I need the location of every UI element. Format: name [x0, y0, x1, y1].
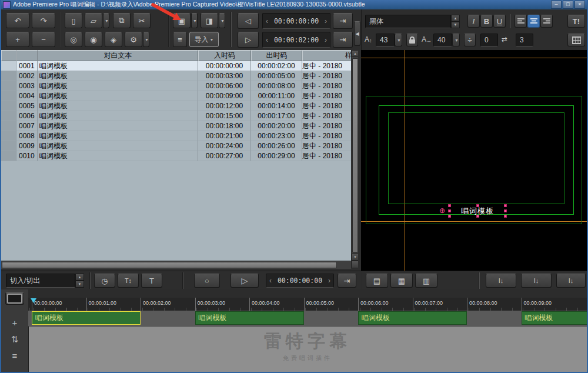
insert-in-button[interactable]: I↓	[486, 274, 516, 288]
export-frame-button[interactable]: ◨	[201, 13, 218, 28]
jump-to-out-button[interactable]: ⇥	[333, 32, 353, 48]
grab-frame-dropdown[interactable]: ▼	[191, 13, 198, 28]
timeline-clip-1[interactable]: 唱词模板	[32, 311, 141, 325]
italic-button[interactable]: I	[467, 15, 480, 28]
add-row-button[interactable]: +	[6, 32, 29, 47]
step-down-icon[interactable]: ▼	[75, 281, 84, 288]
font-family-select[interactable]: 黑体	[365, 15, 451, 28]
redo-button[interactable]: ↷	[32, 13, 55, 28]
subtitle-row-0008[interactable]: 0008唱词模板00:00:21:0000:00:23:00居中 - 20180	[1, 131, 351, 141]
settings-dropdown[interactable]: ▼	[143, 32, 149, 47]
header-in-timecode[interactable]: 入时码	[198, 50, 251, 61]
layout-left-button[interactable]: ▤	[366, 274, 388, 288]
import-button[interactable]: 导入 ▼	[189, 32, 219, 47]
subtitle-row-0005[interactable]: 0005唱词模板00:00:12:0000:00:14:00居中 - 20180	[1, 101, 351, 111]
record-button[interactable]: ○	[194, 274, 220, 288]
selection-handle[interactable]	[504, 204, 507, 207]
vertical-scroll-thumb[interactable]	[352, 58, 358, 252]
subtitle-track[interactable]: 唱词模板唱词模板唱词模板唱词模板	[28, 311, 587, 327]
subtitle-row-0006[interactable]: 0006唱词模板00:00:15:0000:00:17:00居中 - 20180	[1, 111, 351, 121]
selection-handle[interactable]	[504, 215, 507, 218]
insert-out-button[interactable]: I↓	[521, 274, 552, 288]
selection-handle[interactable]	[448, 204, 451, 207]
lock-ratio-button[interactable]	[406, 34, 418, 46]
text-static-button[interactable]: T	[141, 274, 162, 288]
subtitle-row-0003[interactable]: 0003唱词模板00:00:06:0000:00:08:00居中 - 20180	[1, 81, 351, 91]
align-left-button[interactable]	[514, 15, 527, 28]
goto-in-button[interactable]: ◁	[238, 13, 259, 29]
insert-both-button[interactable]: I↓	[556, 274, 586, 288]
zoom-button[interactable]: ◉	[85, 32, 102, 47]
import-list-button[interactable]: ≡	[173, 32, 187, 47]
subtitle-row-0001[interactable]: 0001唱词模板00:00:00:0000:00:02:00居中 - 20180	[1, 61, 351, 71]
export-frame-dropdown[interactable]: ▼	[219, 13, 225, 28]
copy-button[interactable]: ⧉	[113, 13, 131, 28]
ratio-button[interactable]: ÷	[464, 34, 476, 46]
out-timecode-display[interactable]: ‹ 00:00:02:00 ›	[262, 32, 330, 48]
current-timecode-display[interactable]: ‹ 00:00:00:00 ›	[266, 274, 334, 288]
selection-handle[interactable]	[448, 209, 451, 212]
font-size-dropdown[interactable]: ▼	[395, 34, 402, 46]
add-track-icon[interactable]: +	[8, 318, 22, 328]
underline-button[interactable]: U	[493, 15, 506, 28]
track-updown-icon[interactable]: ⇅	[8, 334, 22, 345]
step-up-icon[interactable]: ▲	[451, 15, 460, 22]
edit-mode-stepper[interactable]: ▲ ▼	[75, 274, 84, 288]
selection-handle[interactable]	[476, 204, 479, 207]
step-down-icon[interactable]: ▼	[451, 22, 460, 29]
remove-row-button[interactable]: −	[32, 32, 55, 47]
subtitle-row-0009[interactable]: 0009唱词模板00:00:24:0000:00:26:00居中 - 20180	[1, 141, 351, 151]
font-size-field[interactable]: 43	[376, 34, 395, 46]
horizontal-scroll-thumb[interactable]	[2, 262, 337, 268]
timeline-clip-3[interactable]: 唱词模板	[358, 311, 467, 325]
layout-grid-button[interactable]: ▦	[390, 274, 413, 288]
outline-field[interactable]: 3	[516, 34, 533, 46]
maximize-button[interactable]: □	[563, 1, 573, 9]
char-width-field[interactable]: 40	[433, 34, 452, 46]
header-out-timecode[interactable]: 出时码	[251, 50, 302, 61]
undo-button[interactable]: ↶	[6, 13, 29, 28]
subtitle-row-0004[interactable]: 0004唱词模板00:00:09:0000:00:11:00居中 - 20180	[1, 91, 351, 101]
in-timecode-display[interactable]: ‹ 00:00:00:00 ›	[262, 13, 330, 29]
grid-button[interactable]	[567, 34, 585, 46]
open-file-dropdown[interactable]: ▼	[103, 13, 109, 28]
header-text[interactable]: 对白文本	[38, 50, 198, 61]
table-horizontal-scrollbar[interactable]	[1, 261, 351, 269]
selection-handle[interactable]	[448, 215, 451, 218]
monitor-toggle-button[interactable]	[5, 292, 24, 305]
selection-handle[interactable]	[504, 209, 507, 212]
kerning-field[interactable]: 0	[480, 34, 498, 46]
char-width-dropdown[interactable]: ▼	[452, 34, 460, 46]
track-list-icon[interactable]: ≡	[8, 351, 22, 361]
layout-right-button[interactable]: ▥	[415, 274, 437, 288]
timeline-ruler[interactable]: 00:00:00:0000:00:01:0000:00:02:0000:00:0…	[28, 298, 587, 311]
new-file-button[interactable]: ▯	[65, 13, 82, 28]
duration-button[interactable]: ◷	[94, 274, 115, 288]
font-family-stepper[interactable]: ▲ ▼	[451, 15, 460, 28]
jump-to-in-button[interactable]: ⇥	[333, 13, 353, 29]
settings-button[interactable]: ⚙	[125, 32, 142, 47]
timeline-clip-4[interactable]: 唱词模板	[522, 311, 587, 325]
subtitle-row-0007[interactable]: 0007唱词模板00:00:18:0000:00:20:00居中 - 20180	[1, 121, 351, 131]
header-style[interactable]: 样式	[302, 50, 351, 61]
align-center-button[interactable]	[527, 15, 540, 28]
find-button[interactable]: ◎	[65, 32, 82, 47]
subtitle-row-0002[interactable]: 0002唱词模板00:00:03:0000:00:05:00居中 - 20180	[1, 71, 351, 81]
close-button[interactable]: ×	[574, 1, 585, 9]
subtitle-object[interactable]: ⊕ 唱词模板	[449, 205, 506, 217]
align-right-button[interactable]	[540, 15, 553, 28]
goto-out-button[interactable]: ▷	[238, 32, 259, 48]
playhead-marker[interactable]	[31, 298, 36, 303]
step-up-icon[interactable]: ▲	[75, 274, 84, 281]
timeline-clip-2[interactable]: 唱词模板	[195, 311, 304, 325]
collapse-panel-button[interactable]: ◀	[354, 21, 360, 46]
bold-button[interactable]: B	[480, 15, 493, 28]
selection-handle[interactable]	[476, 215, 479, 218]
text-scroll-button[interactable]: T↕	[118, 274, 139, 288]
style-tool-button[interactable]: ◈	[105, 32, 122, 47]
edit-mode-select[interactable]: 切入/切出	[6, 274, 75, 288]
skip-end-button[interactable]: ⇥	[338, 274, 356, 288]
subtitle-row-0010[interactable]: 0010唱词模板00:00:27:0000:00:29:00居中 - 20180	[1, 151, 351, 161]
text-effects-button[interactable]: T!	[567, 15, 585, 28]
open-file-button[interactable]: ▱	[85, 13, 102, 28]
